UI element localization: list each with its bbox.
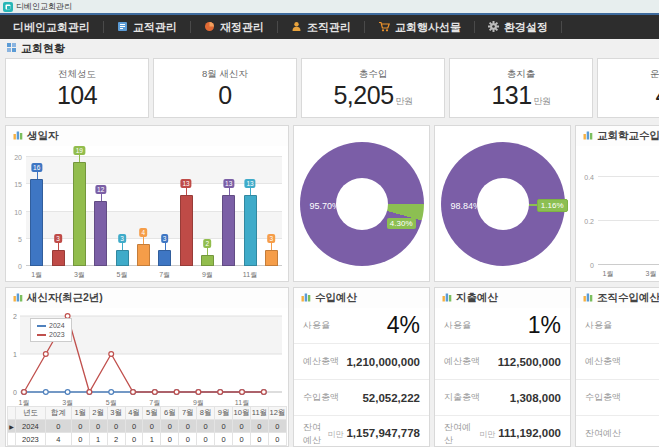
- stat-card-unit: 만원: [396, 96, 413, 106]
- nav-item-members[interactable]: 교적관리: [104, 15, 190, 39]
- budget-row-label: 예산총액: [444, 355, 480, 368]
- svg-text:0: 0: [13, 389, 17, 396]
- table-cell: 1: [143, 433, 161, 446]
- nav-item-label: 교적관리: [133, 20, 177, 35]
- stat-card-value: 104: [6, 81, 148, 110]
- budget-row-label: 수입총액: [585, 391, 621, 404]
- bar-label-stem: [271, 243, 272, 250]
- svg-text:5월: 5월: [106, 399, 117, 406]
- panel-title: 지출예산: [456, 291, 498, 305]
- svg-text:1월: 1월: [19, 399, 30, 406]
- gridline: [598, 176, 659, 177]
- budget-row: 지출총액1,308,000: [435, 380, 570, 416]
- org-income-budget-panel: 조직수입예산사용율예산총액수입총액잔여예산: [575, 287, 659, 447]
- table-header-cell: 3월: [107, 407, 125, 420]
- budget-row-label: 지출총액: [444, 391, 480, 404]
- bar-10월: [222, 195, 235, 266]
- bar-8월: [180, 195, 193, 266]
- svg-text:1: 1: [13, 351, 17, 358]
- bar-label-stem: [229, 188, 230, 195]
- table-cell: 0: [179, 433, 197, 446]
- panel-title: 조직수입예산: [597, 291, 659, 305]
- budget-row: 사용율1%: [435, 308, 570, 344]
- table-cell: 0: [45, 420, 71, 433]
- titlebar: 디베인교회관리: [0, 0, 659, 13]
- bar-label-stem: [79, 155, 80, 162]
- budget-rows: 사용율4%예산총액1,210,000,000수입총액52,052,222잔여예산…: [294, 308, 429, 446]
- bar-value-label: 13: [244, 179, 255, 188]
- nav-item-gifts[interactable]: 교회행사선물: [365, 15, 474, 39]
- bar-label-stem: [207, 248, 208, 255]
- book-icon: [117, 21, 128, 34]
- bar-12월: [265, 250, 278, 266]
- row-select-marker: [8, 433, 16, 446]
- table-cell: 0: [268, 433, 286, 446]
- table-header-cell: 11월: [250, 407, 268, 420]
- stat-card-total-members: 전체성도104: [5, 58, 149, 118]
- nav-item-finance[interactable]: 재정관리: [191, 15, 277, 39]
- panel-title: 새신자(최근2년): [27, 291, 103, 305]
- budget-row: 잔여예산미만1,157,947,778: [294, 416, 429, 447]
- stat-card-new-members-august: 8월 새신자0: [153, 58, 297, 118]
- newcomer-panel: 새신자(최근2년) 2101월3월5월7월9월11월20242023년도합계1월…: [5, 287, 289, 447]
- bar-value-label: 13: [223, 179, 234, 188]
- svg-text:7월: 7월: [149, 399, 160, 406]
- bar-5월: [116, 250, 129, 266]
- donut-hole: [336, 178, 388, 230]
- table-cell: 2024: [15, 420, 45, 433]
- budget-row-value: 52,052,222: [362, 392, 420, 404]
- table-cell: 0: [179, 420, 197, 433]
- table-header-cell: 8월: [197, 407, 215, 420]
- chart-icon: [301, 292, 311, 304]
- legend-swatch: [37, 325, 46, 327]
- budget-row-label: 잔여예산: [585, 427, 621, 440]
- y-axis-tick: 15: [6, 181, 22, 188]
- budget-row-value: 미만1,157,947,778: [327, 427, 420, 440]
- y-axis-tick: 0.2: [576, 218, 594, 225]
- donut-minor-label: 1.16%: [537, 199, 568, 212]
- table-header-cell: 년도: [15, 407, 45, 420]
- y-axis-tick: 0: [576, 262, 594, 269]
- table-row-2024[interactable]: ▶20240000000000000: [8, 420, 287, 433]
- income-budget-panel: 수입예산사용율4%예산총액1,210,000,000수입총액52,052,222…: [293, 287, 430, 447]
- bar-value-label: 19: [74, 146, 85, 155]
- nav-item-settings[interactable]: 환경설정: [475, 15, 561, 39]
- nav-item-home[interactable]: 디베인교회관리: [0, 15, 103, 39]
- table-cell: 0: [107, 420, 125, 433]
- y-axis-tick: 10: [6, 209, 22, 216]
- stat-cards-row: 전체성도1048월 새신자0총수입5,205만원총지출131만원운영조직44: [5, 58, 659, 118]
- chart-icon: [13, 130, 23, 142]
- stat-card-label: 총지출: [450, 68, 592, 81]
- table-header-cell: 9월: [215, 407, 233, 420]
- gridline: [598, 220, 659, 221]
- table-cell: 2023: [15, 433, 45, 446]
- table-row-2023[interactable]: 20234012010000000: [8, 433, 287, 446]
- table-cell: 1: [89, 433, 107, 446]
- budget-panels: 수입예산사용율4%예산총액1,210,000,000수입총액52,052,222…: [293, 287, 659, 447]
- bar-label-stem: [37, 172, 38, 179]
- section-title: 교회현황: [21, 41, 65, 56]
- panel-header: 생일자: [6, 126, 288, 146]
- budget-row: 수입총액: [576, 380, 659, 416]
- donut-minor-label: 4.30%: [387, 218, 416, 229]
- nav-item-label: 교회행사선물: [395, 20, 461, 35]
- chart-legend: 20242023: [30, 318, 72, 342]
- svg-text:11월: 11월: [235, 399, 249, 406]
- bar-11월: [244, 195, 257, 266]
- chart-icon: [583, 292, 593, 304]
- table-cell: 0: [125, 420, 143, 433]
- budget-row: 예산총액: [576, 344, 659, 380]
- chart-icon: [442, 292, 452, 304]
- budget-row-label: 예산총액: [585, 355, 621, 368]
- donut-chart: 98.84%1.16%: [441, 142, 565, 266]
- gear-icon: [488, 21, 499, 34]
- income-donut-panel: 95.70%4.30%: [293, 125, 430, 282]
- charts-row: 생일자 05101520161월3193월1235월437월1329월13131…: [5, 125, 659, 282]
- svg-text:2: 2: [13, 313, 17, 320]
- budget-value-prefix: 미만: [327, 430, 343, 439]
- stat-card-value: 131만원: [450, 81, 592, 110]
- legend-item-2023: 2023: [37, 330, 65, 339]
- panel-header: 조직수입예산: [576, 288, 659, 308]
- nav-item-organization[interactable]: 조직관리: [278, 15, 364, 39]
- budget-row-value: 112,500,000: [498, 356, 561, 368]
